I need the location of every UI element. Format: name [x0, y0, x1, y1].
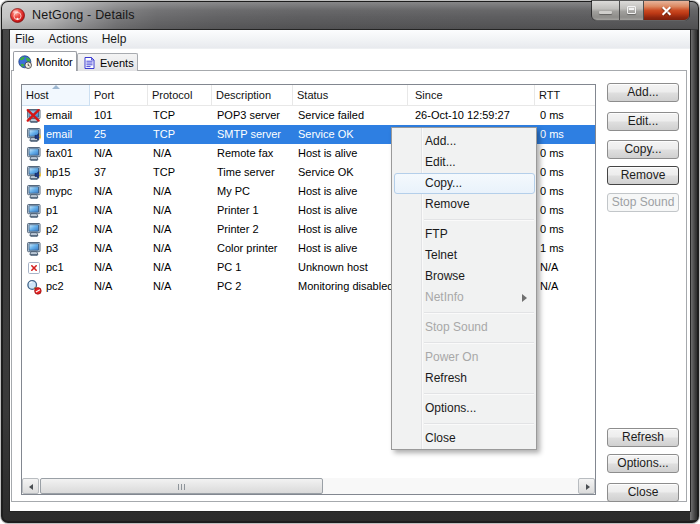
cell-port: N/A: [90, 182, 148, 201]
tab-monitor-label: Monitor: [36, 56, 73, 68]
minimize-icon: [599, 11, 612, 14]
submenu-arrow-icon: [522, 294, 527, 302]
cell-protocol: N/A: [148, 182, 212, 201]
computer-icon: [26, 146, 42, 162]
app-window: NetGong - Details File Actions Help Moni…: [0, 0, 700, 524]
copy-button[interactable]: Copy...: [607, 140, 679, 159]
close-button[interactable]: [644, 1, 689, 20]
scrollbar-grip: [178, 484, 186, 490]
globe-monitor-icon: [18, 55, 32, 69]
close-icon: [662, 6, 672, 16]
scroll-left-icon: [29, 484, 33, 490]
unknown-host-icon: [26, 260, 42, 276]
context-menu-item-copy[interactable]: Copy...: [392, 173, 536, 194]
column-header-protocol[interactable]: Protocol: [148, 85, 212, 106]
list-header: Host Port Protocol Description Status Si…: [22, 85, 595, 106]
close-dialog-button[interactable]: Close: [607, 483, 679, 502]
sort-ascending-icon: [52, 85, 60, 89]
maximize-button[interactable]: [620, 1, 644, 20]
menu-separator: [424, 393, 534, 394]
context-menu-item-netinfo: NetInfo: [392, 287, 536, 308]
context-menu-item-close[interactable]: Close: [392, 428, 536, 449]
cell-host: fax01: [22, 144, 90, 163]
cell-protocol: N/A: [148, 144, 212, 163]
context-menu-item-browse[interactable]: Browse: [392, 266, 536, 287]
column-header-status[interactable]: Status: [293, 85, 408, 106]
cell-description: My PC: [212, 182, 293, 201]
cell-host: email: [22, 106, 90, 125]
tab-events[interactable]: Events: [77, 53, 138, 71]
scrollbar-track[interactable]: [39, 478, 578, 494]
context-menu-item-stop-sound: Stop Sound: [392, 317, 536, 338]
cell-host: p2: [22, 220, 90, 239]
cell-protocol: N/A: [148, 201, 212, 220]
scrollbar-thumb[interactable]: [40, 478, 323, 494]
cell-description: Color printer: [212, 239, 293, 258]
cell-description: PC 1: [212, 258, 293, 277]
cell-host: email: [22, 125, 90, 144]
refresh-button[interactable]: Refresh: [607, 428, 679, 447]
cell-host: p1: [22, 201, 90, 220]
cell-port: N/A: [90, 144, 148, 163]
column-header-host[interactable]: Host: [22, 85, 90, 106]
window-title: NetGong - Details: [32, 8, 135, 23]
remove-button[interactable]: Remove: [607, 166, 679, 185]
computer-sound-icon: [26, 127, 42, 143]
stop-sound-button: Stop Sound: [607, 193, 679, 212]
cell-rtt: N/A: [535, 277, 595, 296]
cell-protocol: N/A: [148, 220, 212, 239]
menu-separator: [424, 219, 534, 220]
window-frame-right-edge: [690, 30, 697, 520]
scroll-left-button[interactable]: [22, 478, 39, 494]
context-menu-item-edit[interactable]: Edit...: [392, 152, 536, 173]
context-menu-item-remove[interactable]: Remove: [392, 194, 536, 215]
cell-port: 37: [90, 163, 148, 182]
cell-description: PC 2: [212, 277, 293, 296]
context-menu-item-telnet[interactable]: Telnet: [392, 245, 536, 266]
computer-icon: [26, 241, 42, 257]
menu-actions[interactable]: Actions: [43, 30, 94, 49]
column-header-since[interactable]: Since: [408, 85, 535, 106]
cell-protocol: N/A: [148, 277, 212, 296]
menu-separator: [424, 423, 534, 424]
context-menu-item-refresh[interactable]: Refresh: [392, 368, 536, 389]
add-button[interactable]: Add...: [607, 83, 679, 102]
context-menu: Add... Edit... Copy... Remove FTP Telnet…: [391, 127, 537, 450]
cell-description: Printer 2: [212, 220, 293, 239]
menu-hover-highlight: [394, 173, 535, 194]
scroll-right-button[interactable]: [578, 478, 595, 494]
minimize-button[interactable]: [592, 1, 620, 20]
cell-since: 26-Oct-10 12:59:27: [408, 106, 535, 125]
table-row[interactable]: email 101 TCP POP3 server Service failed…: [22, 106, 595, 125]
context-menu-item-ftp[interactable]: FTP: [392, 224, 536, 245]
cell-rtt: N/A: [535, 258, 595, 277]
menu-file[interactable]: File: [10, 30, 41, 49]
cell-description: Time server: [212, 163, 293, 182]
cell-description: Remote fax: [212, 144, 293, 163]
cell-host: hp15: [22, 163, 90, 182]
cell-port: N/A: [90, 220, 148, 239]
cell-host: mypc: [22, 182, 90, 201]
menu-help[interactable]: Help: [97, 30, 134, 49]
context-menu-item-add[interactable]: Add...: [392, 131, 536, 152]
menu-separator: [424, 312, 534, 313]
context-menu-item-options[interactable]: Options...: [392, 398, 536, 419]
column-header-description[interactable]: Description: [212, 85, 293, 106]
cell-description: SMTP server: [212, 125, 293, 144]
column-header-rtt[interactable]: RTT: [535, 85, 595, 106]
cell-port: N/A: [90, 277, 148, 296]
cell-host: p3: [22, 239, 90, 258]
computer-service-failed-icon: [26, 108, 42, 124]
tab-monitor[interactable]: Monitor: [13, 51, 77, 71]
tab-events-label: Events: [100, 57, 134, 69]
edit-button[interactable]: Edit...: [607, 112, 679, 131]
column-header-port[interactable]: Port: [90, 85, 148, 106]
cell-port: N/A: [90, 258, 148, 277]
cell-protocol: TCP: [148, 106, 212, 125]
horizontal-scrollbar[interactable]: [22, 478, 595, 494]
cell-port: 25: [90, 125, 148, 144]
monitoring-disabled-icon: [26, 279, 42, 295]
cell-protocol: N/A: [148, 239, 212, 258]
options-button[interactable]: Options...: [607, 454, 679, 473]
cell-rtt: 0 ms: [535, 106, 595, 125]
